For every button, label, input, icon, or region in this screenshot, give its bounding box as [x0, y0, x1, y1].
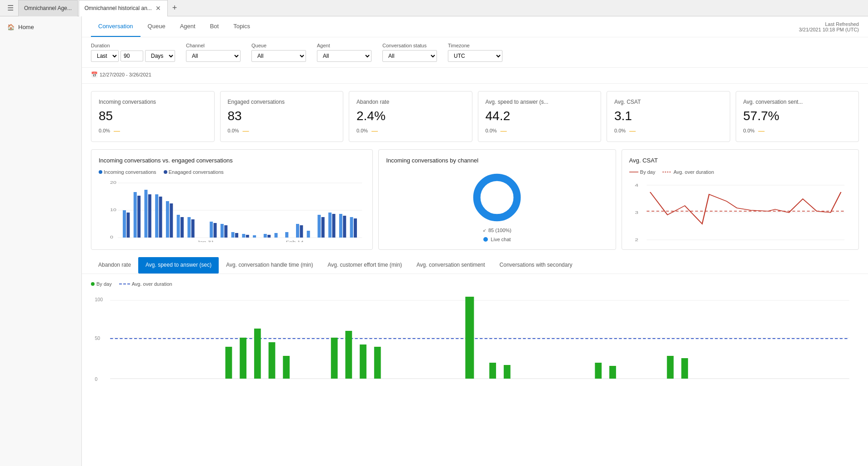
svg-rect-74 [374, 347, 381, 379]
bottom-tab-abandon[interactable]: Abandon rate [91, 257, 138, 274]
svg-rect-80 [667, 356, 674, 379]
tab-bar: ☰ Omnichannel Age... Omnichannel histori… [0, 0, 868, 16]
duration-controls: Last Days [91, 50, 175, 62]
svg-rect-6 [123, 210, 126, 238]
svg-rect-9 [137, 196, 140, 238]
sidebar: 🏠 Home [0, 16, 82, 466]
svg-rect-14 [166, 201, 169, 238]
nav-tab-queue[interactable]: Queue [140, 16, 173, 37]
svg-rect-25 [231, 232, 235, 238]
last-refreshed: Last Refreshed 3/21/2021 10:18 PM (UTC) [799, 21, 859, 32]
svg-rect-38 [317, 215, 321, 238]
nav-tab-bot[interactable]: Bot [203, 16, 226, 37]
svg-text:Jan 31: Jan 31 [695, 242, 714, 242]
bottom-tab-speed[interactable]: Avg. speed to answer (sec) [138, 257, 219, 274]
tab-omnichannel-agent[interactable]: Omnichannel Age... [18, 0, 78, 16]
charts-row: Incoming conversations vs. engaged conve… [82, 149, 868, 257]
svg-rect-75 [465, 297, 474, 379]
svg-text:Feb 14: Feb 14 [775, 242, 794, 242]
nav-tabs: Conversation Queue Agent Bot Topics [91, 16, 257, 37]
add-tab-button[interactable]: + [169, 1, 181, 15]
svg-rect-71 [331, 338, 338, 379]
svg-text:10: 10 [110, 208, 116, 212]
agent-filter: Agent All [317, 43, 371, 62]
svg-rect-44 [350, 217, 353, 238]
sidebar-item-home[interactable]: 🏠 Home [0, 20, 81, 34]
svg-rect-66 [226, 347, 232, 379]
svg-text:4: 4 [635, 182, 638, 187]
kpi-card-speed: Avg. speed to answer (s... 44.2 0.0% — [478, 91, 602, 142]
close-tab-button[interactable]: ✕ [155, 5, 162, 12]
svg-text:3: 3 [635, 210, 638, 214]
svg-rect-23 [221, 224, 224, 238]
svg-rect-22 [214, 223, 217, 238]
svg-rect-77 [504, 365, 511, 379]
nav-tab-agent[interactable]: Agent [173, 16, 203, 37]
content-area: Conversation Queue Agent Bot Topics Last… [82, 16, 868, 466]
bottom-tab-secondary[interactable]: Conversations with secondary [492, 257, 580, 274]
svg-text:50: 50 [95, 336, 100, 341]
kpi-card-abandon: Abandon rate 2.4% 0.0% — [349, 91, 472, 142]
svg-rect-43 [343, 216, 346, 238]
bar-chart: 20 10 0 [99, 178, 365, 242]
kpi-card-csat: Avg. CSAT 3.1 0.0% — [607, 91, 730, 142]
svg-rect-28 [246, 235, 249, 238]
svg-text:0: 0 [110, 235, 113, 239]
bottom-tab-sentiment[interactable]: Avg. conversation sentiment [409, 257, 492, 274]
tab-omnichannel-historical[interactable]: Omnichannel historical an... ✕ [79, 0, 168, 16]
svg-rect-27 [242, 234, 245, 238]
top-nav: Conversation Queue Agent Bot Topics Last… [82, 16, 868, 37]
queue-select[interactable]: All [251, 50, 306, 62]
svg-rect-79 [609, 366, 616, 379]
bottom-chart-area: By day Avg. over duration 100 50 0 [82, 274, 868, 390]
svg-rect-36 [300, 225, 303, 238]
svg-rect-15 [170, 203, 173, 238]
donut-chart-card: Incoming conversations by channel ↙ 85 (… [378, 149, 616, 250]
svg-rect-33 [285, 232, 288, 238]
svg-text:100: 100 [95, 297, 103, 302]
line-chart: 4 3 2 Jan 31 Feb 14 [629, 178, 851, 242]
svg-rect-67 [240, 338, 246, 379]
date-range: 📅 12/27/2020 - 3/26/2021 [91, 70, 859, 80]
svg-rect-7 [126, 213, 130, 238]
svg-rect-35 [296, 224, 299, 238]
nav-tab-topics[interactable]: Topics [226, 16, 257, 37]
svg-point-47 [484, 185, 510, 211]
svg-rect-81 [681, 358, 688, 379]
kpi-card-incoming: Incoming conversations 85 0.0% — [91, 91, 215, 142]
bottom-tab-effort-time[interactable]: Avg. customer effort time (min) [320, 257, 409, 274]
svg-rect-18 [187, 217, 191, 238]
channel-select[interactable]: All [186, 50, 241, 62]
svg-rect-32 [275, 233, 278, 238]
duration-number-input[interactable] [120, 51, 143, 61]
duration-unit-select[interactable]: Days [145, 50, 175, 62]
bar-chart-legend: Incoming conversations Enagaged conversa… [99, 169, 365, 175]
svg-rect-11 [148, 194, 151, 238]
timezone-select[interactable]: UTC [448, 50, 502, 62]
svg-rect-42 [339, 214, 342, 238]
bottom-bar-chart: 100 50 0 [91, 292, 859, 383]
svg-rect-17 [181, 217, 184, 238]
svg-rect-39 [321, 217, 325, 238]
queue-filter: Queue All [251, 43, 306, 62]
svg-rect-72 [345, 331, 352, 379]
duration-filter: Duration Last Days [91, 43, 175, 62]
filters-bar: Duration Last Days Channel All [82, 37, 868, 68]
svg-rect-26 [235, 233, 238, 238]
bottom-tabs: Abandon rate Avg. speed to answer (sec) … [82, 257, 868, 274]
timezone-filter: Timezone UTC [448, 43, 502, 62]
svg-rect-76 [489, 363, 496, 379]
duration-type-select[interactable]: Last [91, 50, 119, 62]
bottom-tab-handle-time[interactable]: Avg. conversation handle time (min) [219, 257, 320, 274]
conv-status-select[interactable]: All [382, 50, 437, 62]
menu-button[interactable]: ☰ [4, 2, 17, 14]
home-icon: 🏠 [7, 24, 15, 30]
svg-rect-37 [307, 231, 310, 238]
svg-rect-12 [155, 194, 158, 238]
agent-select[interactable]: All [317, 50, 371, 62]
nav-tab-conversation[interactable]: Conversation [91, 16, 140, 37]
svg-text:20: 20 [110, 180, 116, 185]
line-chart-legend: By day Avg. over duration [629, 169, 851, 175]
svg-rect-29 [253, 235, 256, 238]
kpi-card-engaged: Engaged conversations 83 0.0% — [220, 91, 344, 142]
